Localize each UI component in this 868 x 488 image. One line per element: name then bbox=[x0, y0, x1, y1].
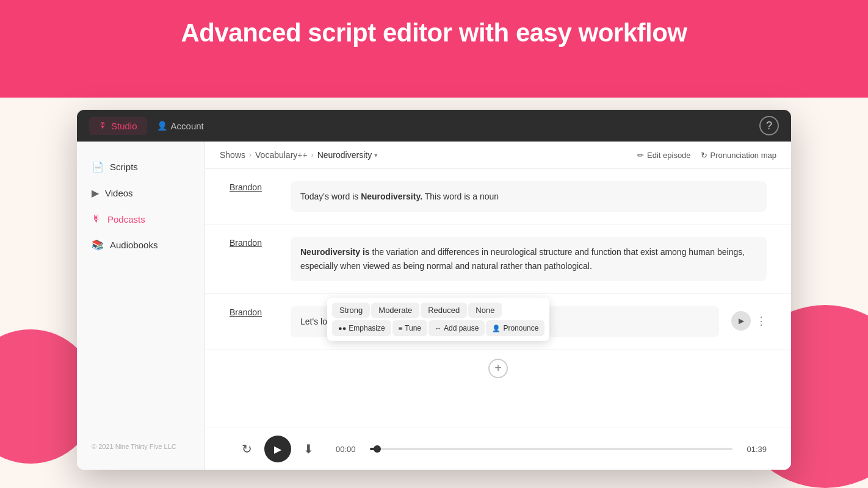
text-part-1-1: Today's word is bbox=[300, 192, 361, 201]
pronounce-icon: 👤 bbox=[492, 325, 501, 332]
script-text-1[interactable]: Today's word is Neurodiversity. This wor… bbox=[291, 181, 767, 212]
hero-title: Advanced script editor with easy workflo… bbox=[0, 18, 868, 48]
nav-studio[interactable]: 🎙 Studio bbox=[89, 117, 147, 135]
text-part-2-1: Neurodiversity is bbox=[300, 247, 370, 257]
sidebar-audiobooks-label: Audiobooks bbox=[110, 240, 157, 250]
text-part-1-3: This word is a noun bbox=[422, 192, 499, 201]
speaker-brandon-1[interactable]: Brandon bbox=[230, 181, 278, 192]
question-icon: ? bbox=[766, 120, 772, 132]
tune-icon: ≡ bbox=[399, 325, 402, 332]
pause-icon: ↔ bbox=[435, 325, 441, 332]
sidebar-item-audiobooks[interactable]: 📚 Audiobooks bbox=[77, 232, 204, 258]
breadcrumb-bar: Shows › Vocabulary++ › Neurodiversity ▾ … bbox=[205, 142, 791, 169]
speaker-brandon-3[interactable]: Brandon bbox=[230, 306, 278, 317]
script-text-2[interactable]: Neurodiversity is the variation and diff… bbox=[291, 237, 767, 281]
tune-button[interactable]: ≡ Tune bbox=[392, 320, 427, 336]
sidebar-podcasts-label: Podcasts bbox=[107, 214, 145, 224]
breadcrumb-actions: ✏ Edit episode ↻ Pronunciation map bbox=[637, 151, 776, 160]
breadcrumb-episode-name[interactable]: Neurodiversity bbox=[317, 150, 372, 160]
speaker-brandon-2[interactable]: Brandon bbox=[230, 237, 278, 248]
chevron-down-icon: ▾ bbox=[374, 151, 378, 159]
sidebar-item-podcasts[interactable]: 🎙 Podcasts bbox=[77, 206, 204, 232]
add-line-button[interactable]: + bbox=[488, 359, 508, 378]
breadcrumb-show-name[interactable]: Vocabulary++ bbox=[255, 150, 308, 160]
reduced-button[interactable]: Reduced bbox=[421, 303, 467, 318]
microphone-icon: 🎙 bbox=[99, 121, 107, 131]
emphasize-icon: ●● bbox=[338, 325, 346, 332]
download-button[interactable]: ⬇ bbox=[303, 442, 314, 456]
player-play-button[interactable]: ▶ bbox=[264, 436, 291, 462]
none-button[interactable]: None bbox=[468, 303, 502, 318]
help-button[interactable]: ? bbox=[759, 116, 779, 135]
nav-account[interactable]: 👤 Account bbox=[147, 117, 214, 135]
plus-icon: + bbox=[494, 361, 502, 375]
breadcrumb-sep-1: › bbox=[249, 151, 251, 159]
moderate-button[interactable]: Moderate bbox=[371, 303, 419, 318]
player-controls: ↻ ▶ ⬇ bbox=[242, 436, 314, 462]
edit-episode-button[interactable]: ✏ Edit episode bbox=[637, 151, 691, 160]
player-bar: ↻ ▶ ⬇ 00:00 01:39 bbox=[205, 428, 791, 470]
action-buttons-row: ●● Emphasize ≡ Tune ↔ Add pause bbox=[330, 320, 547, 336]
player-total-time: 01:39 bbox=[742, 445, 767, 454]
refresh-icon: ↻ bbox=[701, 151, 707, 160]
sidebar-item-videos[interactable]: ▶ Videos bbox=[77, 180, 204, 206]
top-nav: 🎙 Studio 👤 Account ? bbox=[77, 110, 791, 142]
breadcrumb-shows[interactable]: Shows bbox=[220, 150, 245, 160]
nav-account-label: Account bbox=[171, 121, 204, 131]
row-controls: ▶ ⋮ bbox=[731, 306, 767, 331]
app-window: 🎙 Studio 👤 Account ? 📄 Scripts ▶ Videos … bbox=[77, 110, 791, 470]
player-current-time: 00:00 bbox=[336, 445, 360, 454]
add-pause-button[interactable]: ↔ Add pause bbox=[429, 320, 485, 336]
main-content: 📄 Scripts ▶ Videos 🎙 Podcasts 📚 Audioboo… bbox=[77, 142, 791, 470]
restart-button[interactable]: ↻ bbox=[242, 442, 252, 456]
player-progress-dot bbox=[374, 445, 381, 453]
play-icon-sm: ▶ bbox=[739, 317, 744, 325]
emphasize-button[interactable]: ●● Emphasize bbox=[332, 320, 391, 336]
scripts-icon: 📄 bbox=[92, 161, 104, 173]
videos-icon: ▶ bbox=[92, 187, 99, 199]
pronunciation-map-button[interactable]: ↻ Pronunciation map bbox=[701, 151, 776, 160]
script-row-1: Brandon Today's word is Neurodiversity. … bbox=[205, 169, 791, 224]
emphasis-options-row: Strong Moderate Reduced None bbox=[330, 303, 547, 318]
add-line-row: + bbox=[205, 350, 791, 387]
sidebar: 📄 Scripts ▶ Videos 🎙 Podcasts 📚 Audioboo… bbox=[77, 142, 205, 470]
more-options-button[interactable]: ⋮ bbox=[756, 314, 767, 328]
script-content: Brandon Today's word is Neurodiversity. … bbox=[205, 169, 791, 428]
breadcrumb-sep-2: › bbox=[311, 151, 314, 159]
sidebar-scripts-label: Scripts bbox=[110, 162, 138, 172]
play-icon: ▶ bbox=[274, 443, 281, 455]
editor-area: Shows › Vocabulary++ › Neurodiversity ▾ … bbox=[205, 142, 791, 470]
emphasis-tooltip: Strong Moderate Reduced None ●● Emphasiz… bbox=[327, 298, 549, 341]
player-progress-bar[interactable] bbox=[370, 448, 732, 450]
text-part-1-2: Neurodiversity. bbox=[361, 192, 422, 201]
podcasts-icon: 🎙 bbox=[92, 214, 101, 224]
sidebar-footer: © 2021 Nine Thirty Five LLC bbox=[77, 436, 204, 458]
pronounce-button[interactable]: 👤 Pronounce bbox=[486, 320, 544, 336]
row-play-button[interactable]: ▶ bbox=[731, 311, 751, 331]
script-row-2: Brandon Neurodiversity is the variation … bbox=[205, 224, 791, 294]
pencil-icon: ✏ bbox=[637, 151, 644, 160]
person-icon: 👤 bbox=[157, 121, 167, 131]
breadcrumb-episode: Neurodiversity ▾ bbox=[317, 150, 378, 160]
strong-button[interactable]: Strong bbox=[332, 303, 370, 318]
sidebar-item-scripts[interactable]: 📄 Scripts bbox=[77, 154, 204, 180]
sidebar-videos-label: Videos bbox=[105, 188, 133, 198]
nav-studio-label: Studio bbox=[111, 121, 137, 131]
audiobooks-icon: 📚 bbox=[92, 239, 104, 251]
